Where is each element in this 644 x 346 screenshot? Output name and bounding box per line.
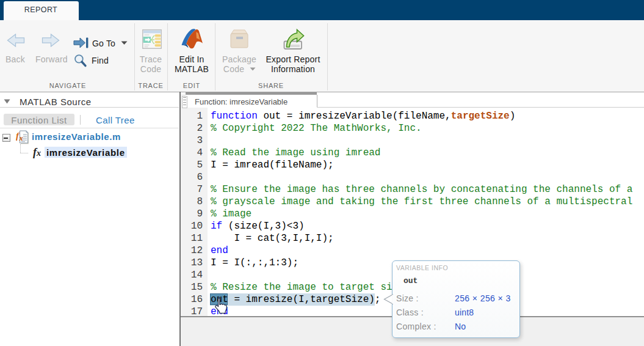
svg-text:x: x (19, 134, 23, 142)
